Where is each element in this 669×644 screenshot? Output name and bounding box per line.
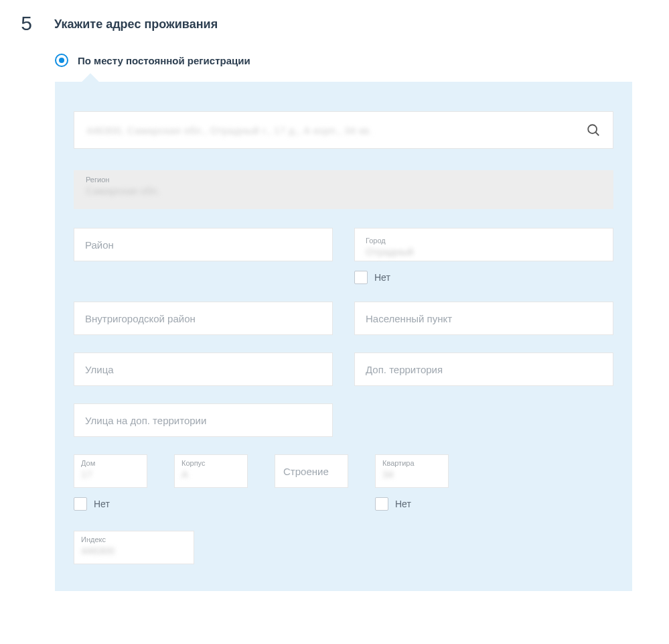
- district-input[interactable]: Район: [74, 228, 333, 261]
- search-icon: [586, 123, 601, 137]
- region-field: Регион Самарская обл.: [74, 170, 613, 209]
- structure-placeholder: Строение: [283, 466, 329, 477]
- house-input[interactable]: Дом 17: [74, 454, 147, 488]
- address-panel: 446300, Самарская обл., Отрадный г., 17 …: [55, 82, 632, 591]
- checkbox-icon: [354, 271, 368, 284]
- building-part-value: А: [181, 468, 240, 480]
- city-none-checkbox[interactable]: Нет: [354, 271, 613, 284]
- house-none-label: Нет: [94, 499, 110, 509]
- apartment-none-label: Нет: [395, 499, 411, 509]
- city-none-label: Нет: [374, 272, 390, 283]
- checkbox-icon: [74, 497, 87, 511]
- street-extra-placeholder: Улица на доп. территории: [85, 415, 206, 426]
- street-input[interactable]: Улица: [74, 352, 333, 386]
- address-search-input[interactable]: 446300, Самарская обл., Отрадный г., 17 …: [74, 111, 613, 149]
- street-extra-input[interactable]: Улица на доп. территории: [74, 403, 333, 437]
- region-value: Самарская обл.: [86, 185, 601, 196]
- step-title: Укажите адрес проживания: [54, 13, 218, 31]
- apartment-none-checkbox[interactable]: Нет: [375, 497, 449, 511]
- district-placeholder: Район: [85, 239, 114, 251]
- building-part-label: Корпус: [181, 459, 240, 467]
- house-value: 17: [81, 468, 140, 480]
- step-header: 5 Укажите адрес проживания: [19, 13, 632, 34]
- svg-point-0: [588, 125, 597, 133]
- postcode-label: Индекс: [81, 535, 187, 543]
- svg-line-1: [595, 132, 599, 135]
- extra-territory-input[interactable]: Доп. территория: [354, 352, 613, 386]
- step-number: 5: [19, 13, 32, 34]
- radio-label: По месту постоянной регистрации: [78, 55, 250, 66]
- postcode-input[interactable]: Индекс 446300: [74, 531, 194, 564]
- address-search-value: 446300, Самарская обл., Отрадный г., 17 …: [86, 125, 586, 136]
- building-part-input[interactable]: Корпус А: [174, 454, 248, 488]
- city-label: Город: [366, 237, 386, 245]
- settlement-placeholder: Населенный пункт: [366, 313, 452, 324]
- house-label: Дом: [81, 459, 140, 467]
- apartment-label: Квартира: [382, 459, 441, 467]
- settlement-input[interactable]: Населенный пункт: [354, 302, 613, 335]
- inner-district-input[interactable]: Внутригородской район: [74, 302, 333, 335]
- checkbox-icon: [375, 497, 388, 511]
- region-label: Регион: [86, 176, 601, 184]
- city-value: Отрадный: [366, 246, 413, 257]
- extra-territory-placeholder: Доп. территория: [366, 364, 443, 375]
- postcode-value: 446300: [81, 545, 187, 556]
- apartment-input[interactable]: Квартира 34: [375, 454, 449, 488]
- radio-icon: [55, 54, 68, 67]
- house-none-checkbox[interactable]: Нет: [74, 497, 147, 511]
- apartment-value: 34: [382, 468, 441, 480]
- city-input[interactable]: Город Отрадный: [354, 228, 613, 261]
- structure-input[interactable]: Строение: [275, 454, 348, 488]
- street-placeholder: Улица: [85, 364, 114, 375]
- inner-district-placeholder: Внутригородской район: [85, 313, 196, 324]
- radio-registration-address[interactable]: По месту постоянной регистрации: [55, 54, 632, 67]
